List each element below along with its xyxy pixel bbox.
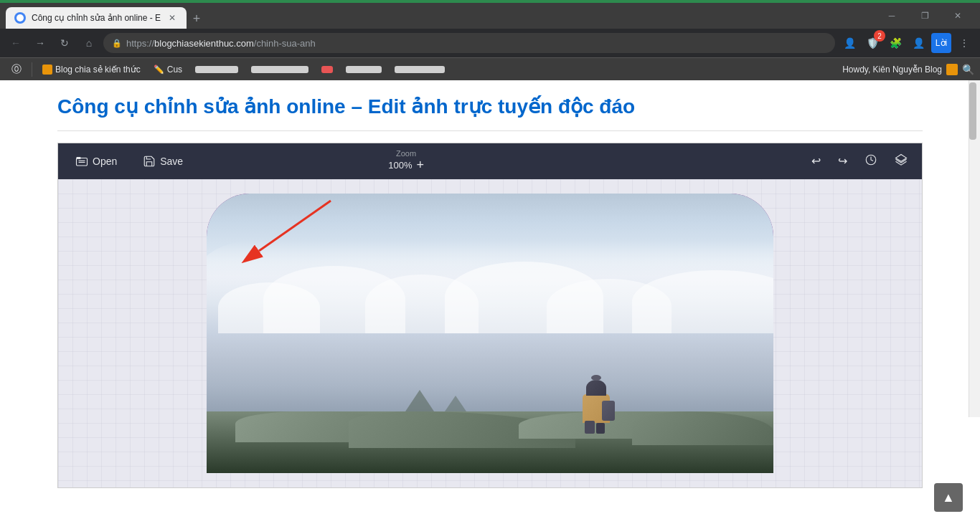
blurred-item-4 (251, 66, 308, 73)
mountain-peak-2 (445, 396, 466, 411)
forward-button[interactable]: → (30, 33, 50, 53)
refresh-button[interactable]: ↻ (55, 33, 75, 53)
new-tab-button[interactable]: + (187, 9, 207, 29)
tab-favicon (14, 12, 26, 24)
photo-container (207, 194, 773, 473)
nav-right: 👤 🛡️ 2 🧩 👤 Lời ⋮ (839, 33, 974, 53)
howdy-text: Howdy, Kiên Nguyễn Blog (842, 65, 942, 75)
blog-icon-right (946, 64, 958, 75)
address-path: /chinh-sua-anh (254, 38, 316, 49)
extensions-icon[interactable]: 🧩 (885, 33, 905, 53)
zoom-plus-button[interactable]: + (416, 158, 424, 173)
bookmark-item-3[interactable] (189, 63, 244, 76)
bookmarks-bar: ⓪ Blog chia sẻ kiến thức ✏️ Cus Howdy, K… (0, 57, 980, 80)
minimize-button[interactable]: ─ (875, 3, 908, 29)
title-bar: Công cụ chỉnh sửa ảnh online - E ✕ + ─ ❐… (0, 3, 980, 29)
address-domain: blogchiasekienthuc.com (154, 38, 254, 49)
editor-toolbar: Open Save Zoom 100% + (58, 143, 922, 179)
history-button[interactable] (862, 151, 880, 172)
blog-favicon (42, 65, 52, 75)
lock-icon: 🔒 (112, 39, 122, 48)
blurred-item-7 (395, 66, 445, 73)
bookmark-item-4[interactable] (245, 63, 314, 76)
notification-area: 🛡️ 2 (862, 33, 882, 53)
search-icon[interactable]: 🔍 (962, 64, 974, 75)
title-divider (57, 130, 923, 131)
tab-bar: Công cụ chỉnh sửa ảnh online - E ✕ + (6, 3, 207, 29)
nav-bar: ← → ↻ ⌂ 🔒 https://blogchiasekienthuc.com… (0, 29, 980, 57)
layers-button[interactable] (892, 151, 910, 172)
address-bar[interactable]: 🔒 https://blogchiasekienthuc.com/chinh-s… (103, 33, 835, 53)
zoom-value: 100% (388, 160, 412, 171)
page-content: Công cụ chỉnh sửa ảnh online – Edit ảnh … (0, 80, 980, 529)
bookmark-item-5[interactable] (316, 63, 339, 76)
zoom-control: Zoom 100% + (388, 149, 424, 173)
open-button[interactable]: Open (70, 151, 123, 172)
save-icon (143, 155, 156, 168)
vertical-scrollbar[interactable] (969, 80, 980, 417)
bookmark-wordpress[interactable]: ⓪ (6, 60, 27, 79)
profile-icon[interactable]: 👤 (839, 33, 859, 53)
ground-layer (207, 411, 773, 473)
bookmark-blog-label: Blog chia sẻ kiến thức (55, 65, 141, 75)
open-icon (75, 155, 88, 168)
scrollbar-thumb[interactable] (969, 82, 976, 140)
svg-rect-0 (77, 158, 88, 166)
login-button[interactable]: Lời (931, 33, 951, 53)
save-button[interactable]: Save (137, 151, 189, 172)
blurred-item-6 (346, 66, 382, 73)
close-button[interactable]: ✕ (941, 3, 974, 29)
bookmark-cus-label: Cus (167, 65, 182, 75)
window-controls: ─ ❐ ✕ (875, 3, 974, 29)
tab-title: Công cụ chỉnh sửa ảnh online - E (32, 13, 161, 23)
active-tab[interactable]: Công cụ chỉnh sửa ảnh online - E ✕ (6, 7, 187, 29)
save-label: Save (160, 156, 183, 167)
image-frame (207, 194, 773, 473)
tab-close-button[interactable]: ✕ (166, 12, 178, 24)
editor-canvas (58, 179, 922, 487)
bookmark-separator (32, 62, 32, 77)
blurred-item-3 (195, 66, 238, 73)
sky-bg (207, 194, 773, 473)
page-inner: Công cụ chỉnh sửa ảnh online – Edit ảnh … (0, 80, 980, 502)
cloud-tops (207, 249, 773, 333)
back-button[interactable]: ← (6, 33, 26, 53)
zoom-label: Zoom (396, 149, 416, 158)
mountain-peak-1 (405, 390, 434, 411)
svg-rect-1 (77, 157, 81, 159)
user-avatar[interactable]: 👤 (908, 33, 928, 53)
scroll-top-button[interactable]: ▲ (934, 483, 963, 512)
notification-badge: 2 (874, 30, 885, 42)
open-label: Open (93, 156, 117, 167)
more-options-button[interactable]: ⋮ (954, 33, 974, 53)
person-silhouette (579, 376, 615, 434)
page-title: Công cụ chỉnh sửa ảnh online – Edit ảnh … (57, 95, 923, 119)
howdy-area: Howdy, Kiên Nguyễn Blog 🔍 (842, 64, 974, 75)
zoom-controls: 100% + (388, 158, 424, 173)
bookmark-cus[interactable]: ✏️ Cus (148, 62, 188, 77)
blurred-item-5 (321, 66, 333, 73)
undo-button[interactable]: ↩ (809, 151, 824, 171)
toolbar-right: ↩ ↪ (809, 151, 910, 172)
home-button[interactable]: ⌂ (79, 33, 99, 53)
bookmark-item-7[interactable] (389, 63, 451, 76)
maximize-button[interactable]: ❐ (908, 3, 941, 29)
address-text: https://blogchiasekienthuc.com/chinh-sua… (126, 38, 826, 49)
editor-container: Open Save Zoom 100% + (57, 143, 923, 488)
pencil-icon: ✏️ (154, 65, 164, 75)
bookmark-blog[interactable]: Blog chia sẻ kiến thức (37, 62, 146, 77)
redo-button[interactable]: ↪ (835, 151, 850, 171)
wordpress-icon: ⓪ (11, 63, 22, 76)
bookmark-item-6[interactable] (340, 63, 387, 76)
address-protocol: https:// (126, 38, 154, 49)
extension-area: 👤 (839, 33, 859, 53)
